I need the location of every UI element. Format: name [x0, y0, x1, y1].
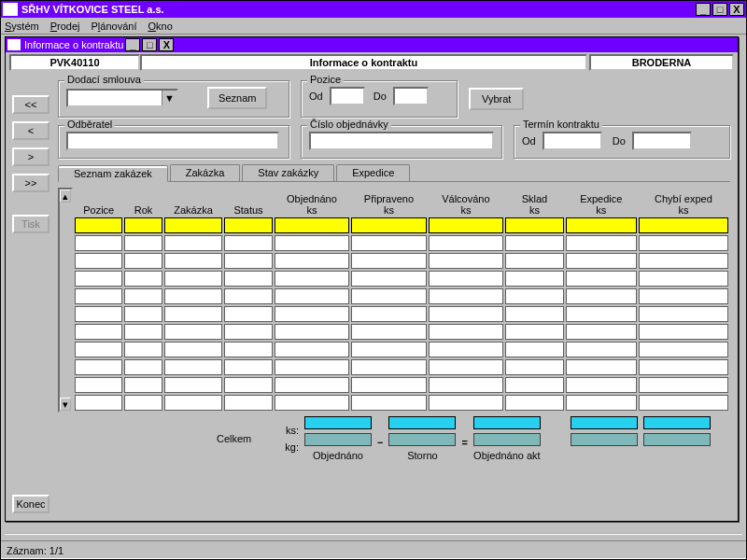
- table-cell[interactable]: [275, 253, 349, 269]
- table-cell[interactable]: [124, 235, 162, 251]
- table-cell[interactable]: [164, 377, 223, 393]
- table-cell[interactable]: [124, 306, 162, 322]
- scroll-up-icon[interactable]: ▴: [60, 189, 71, 203]
- vertical-scrollbar[interactable]: ▴ ▾: [58, 188, 73, 413]
- table-cell[interactable]: [224, 342, 272, 357]
- table-cell[interactable]: [566, 306, 637, 322]
- table-cell[interactable]: [124, 217, 162, 233]
- table-cell[interactable]: [566, 377, 637, 393]
- table-row[interactable]: [75, 235, 728, 251]
- table-cell[interactable]: [164, 288, 223, 304]
- seznam-button[interactable]: Seznam: [207, 87, 267, 109]
- termin-do-input[interactable]: [632, 132, 692, 150]
- table-cell[interactable]: [429, 271, 503, 287]
- nav-last-button[interactable]: >>: [12, 174, 49, 192]
- table-cell[interactable]: [351, 324, 426, 340]
- table-cell[interactable]: [429, 235, 503, 251]
- table-cell[interactable]: [429, 306, 503, 322]
- table-cell[interactable]: [505, 377, 564, 393]
- table-cell[interactable]: [505, 395, 564, 411]
- table-cell[interactable]: [351, 395, 426, 411]
- table-cell[interactable]: [566, 359, 637, 375]
- table-cell[interactable]: [639, 217, 728, 233]
- table-cell[interactable]: [224, 395, 272, 411]
- table-cell[interactable]: [164, 271, 223, 287]
- table-cell[interactable]: [639, 377, 728, 393]
- table-cell[interactable]: [566, 271, 637, 287]
- table-cell[interactable]: [224, 359, 272, 375]
- dodaci-combo[interactable]: ▼: [66, 89, 178, 107]
- table-cell[interactable]: [164, 235, 223, 251]
- table-cell[interactable]: [224, 271, 272, 287]
- table-cell[interactable]: [224, 253, 272, 269]
- table-cell[interactable]: [275, 377, 349, 393]
- table-cell[interactable]: [639, 306, 728, 322]
- table-cell[interactable]: [164, 324, 223, 340]
- table-row[interactable]: [75, 342, 728, 357]
- table-cell[interactable]: [505, 253, 564, 269]
- table-cell[interactable]: [429, 253, 503, 269]
- table-cell[interactable]: [75, 377, 122, 393]
- table-cell[interactable]: [275, 342, 349, 357]
- odberatel-input[interactable]: [66, 132, 279, 150]
- table-cell[interactable]: [566, 253, 637, 269]
- table-cell[interactable]: [505, 217, 564, 233]
- table-cell[interactable]: [124, 288, 162, 304]
- table-cell[interactable]: [275, 288, 349, 304]
- table-cell[interactable]: [429, 359, 503, 375]
- table-cell[interactable]: [351, 235, 426, 251]
- table-cell[interactable]: [639, 235, 728, 251]
- table-cell[interactable]: [505, 235, 564, 251]
- table-row[interactable]: [75, 253, 728, 269]
- table-row[interactable]: [75, 217, 728, 233]
- table-row[interactable]: [75, 306, 728, 322]
- table-cell[interactable]: [639, 324, 728, 340]
- table-cell[interactable]: [566, 217, 637, 233]
- table-cell[interactable]: [75, 253, 122, 269]
- table-cell[interactable]: [429, 395, 503, 411]
- table-cell[interactable]: [429, 217, 503, 233]
- table-cell[interactable]: [164, 395, 223, 411]
- minimize-button[interactable]: _: [696, 3, 711, 16]
- table-cell[interactable]: [124, 271, 162, 287]
- close-button[interactable]: X: [729, 3, 744, 16]
- table-cell[interactable]: [75, 395, 122, 411]
- table-cell[interactable]: [351, 359, 426, 375]
- table-cell[interactable]: [224, 377, 272, 393]
- table-cell[interactable]: [124, 342, 162, 357]
- table-cell[interactable]: [351, 342, 426, 357]
- table-cell[interactable]: [505, 342, 564, 357]
- dodaci-input[interactable]: [68, 91, 162, 105]
- table-cell[interactable]: [124, 359, 162, 375]
- tab-zakazka[interactable]: Zakázka: [170, 164, 241, 181]
- table-cell[interactable]: [124, 377, 162, 393]
- table-cell[interactable]: [429, 377, 503, 393]
- tisk-button[interactable]: Tisk: [12, 215, 49, 233]
- table-cell[interactable]: [164, 359, 223, 375]
- table-cell[interactable]: [566, 288, 637, 304]
- table-cell[interactable]: [164, 306, 223, 322]
- table-cell[interactable]: [505, 288, 564, 304]
- table-cell[interactable]: [505, 306, 564, 322]
- table-cell[interactable]: [124, 324, 162, 340]
- menu-prodej[interactable]: Prodej: [50, 21, 80, 32]
- table-cell[interactable]: [75, 235, 122, 251]
- menu-okno[interactable]: Okno: [148, 21, 172, 32]
- table-cell[interactable]: [429, 288, 503, 304]
- internal-close-button[interactable]: X: [159, 38, 174, 51]
- tab-seznam-zakazek[interactable]: Seznam zakázek: [58, 165, 168, 182]
- maximize-button[interactable]: □: [712, 3, 727, 16]
- table-cell[interactable]: [164, 217, 223, 233]
- internal-maximize-button[interactable]: □: [142, 38, 157, 51]
- table-cell[interactable]: [351, 253, 426, 269]
- table-row[interactable]: [75, 359, 728, 375]
- nav-next-button[interactable]: >: [12, 147, 49, 166]
- table-cell[interactable]: [275, 271, 349, 287]
- vybrat-button[interactable]: Vybrat: [469, 88, 524, 110]
- tab-expedice[interactable]: Expedice: [336, 164, 410, 181]
- table-cell[interactable]: [505, 359, 564, 375]
- table-cell[interactable]: [639, 253, 728, 269]
- tab-stav-zakazky[interactable]: Stav zakázky: [242, 164, 334, 181]
- table-row[interactable]: [75, 324, 728, 340]
- table-cell[interactable]: [75, 324, 122, 340]
